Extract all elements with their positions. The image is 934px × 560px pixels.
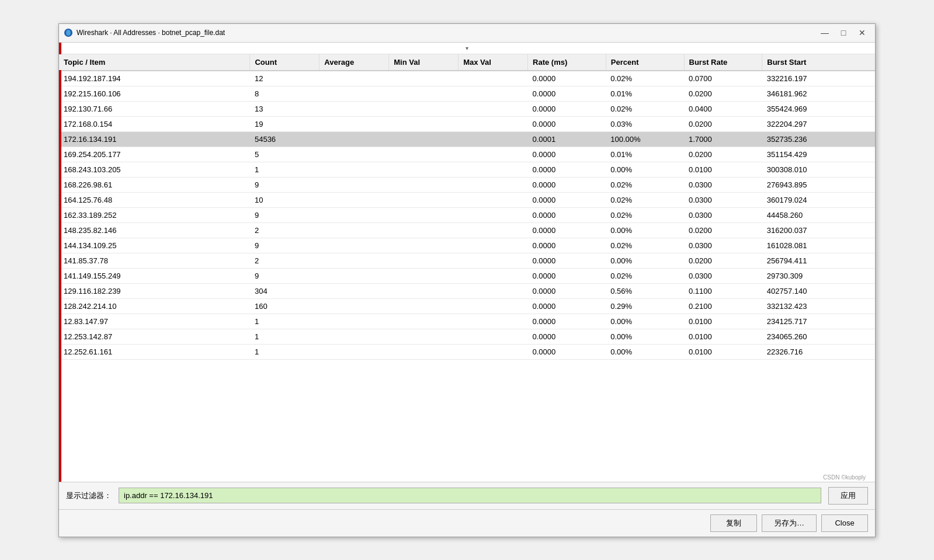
cell-burst: 0.0200: [684, 116, 762, 131]
cell-average: [320, 116, 389, 131]
cell-count: 1: [250, 314, 320, 329]
header-burststart[interactable]: Burst Start: [762, 54, 875, 71]
cell-topic: 141.149.155.249: [59, 268, 250, 283]
title-bar: Wireshark · All Addresses · botnet_pcap_…: [59, 24, 875, 43]
main-window: Wireshark · All Addresses · botnet_pcap_…: [58, 23, 876, 537]
header-maxval[interactable]: Max Val: [459, 54, 528, 71]
cell-maxval: [459, 222, 528, 238]
table-row[interactable]: 12.253.142.8710.00000.00%0.0100234065.26…: [59, 329, 875, 344]
table-row[interactable]: 172.16.134.191545360.0001100.00%1.700035…: [59, 131, 875, 147]
cell-minval: [389, 71, 459, 86]
cell-minval: [389, 177, 459, 192]
table-row[interactable]: 141.85.37.7820.00000.00%0.0200256794.411: [59, 253, 875, 268]
cell-maxval: [459, 329, 528, 344]
cell-minval: [389, 207, 459, 222]
table-row[interactable]: 12.252.61.16110.00000.00%0.010022326.716: [59, 344, 875, 359]
cell-burststart: 346181.962: [762, 86, 875, 101]
cell-average: [320, 298, 389, 314]
table-row[interactable]: 168.226.98.6190.00000.02%0.0300276943.89…: [59, 177, 875, 192]
header-topic[interactable]: Topic / Item: [59, 54, 250, 71]
cell-burst: 0.0300: [684, 207, 762, 222]
cell-burststart: 256794.411: [762, 253, 875, 268]
saveas-button[interactable]: 另存为…: [762, 514, 817, 532]
cell-minval: [389, 238, 459, 253]
table-row[interactable]: 12.83.147.9710.00000.00%0.0100234125.717: [59, 314, 875, 329]
cell-maxval: [459, 238, 528, 253]
header-rate[interactable]: Rate (ms): [528, 54, 606, 71]
cell-minval: [389, 314, 459, 329]
cell-percent: 0.56%: [606, 283, 684, 298]
table-row[interactable]: 169.254.205.17750.00000.01%0.0200351154.…: [59, 147, 875, 162]
apply-button[interactable]: 应用: [828, 487, 868, 505]
cell-burst: 0.0100: [684, 162, 762, 177]
cell-average: [320, 162, 389, 177]
close-button[interactable]: ✕: [854, 27, 870, 39]
wireshark-icon: [64, 28, 73, 37]
cell-minval: [389, 283, 459, 298]
cell-burst: 0.0700: [684, 71, 762, 86]
cell-rate: 0.0000: [528, 177, 606, 192]
cell-maxval: [459, 71, 528, 86]
cell-minval: [389, 101, 459, 116]
table-row[interactable]: 172.168.0.154190.00000.03%0.0200322204.2…: [59, 116, 875, 131]
cell-percent: 0.03%: [606, 116, 684, 131]
cell-topic: 141.85.37.78: [59, 253, 250, 268]
cell-average: [320, 131, 389, 147]
table-row[interactable]: 144.134.109.2590.00000.02%0.0300161028.0…: [59, 238, 875, 253]
cell-minval: [389, 253, 459, 268]
cell-average: [320, 253, 389, 268]
table-row[interactable]: 164.125.76.48100.00000.02%0.0300360179.0…: [59, 192, 875, 207]
table-row[interactable]: 128.242.214.101600.00000.29%0.2100332132…: [59, 298, 875, 314]
maximize-button[interactable]: □: [835, 27, 852, 39]
close-dialog-button[interactable]: Close: [821, 514, 868, 532]
header-burst[interactable]: Burst Rate: [684, 54, 762, 71]
table-row[interactable]: 129.116.182.2393040.00000.56%0.110040275…: [59, 283, 875, 298]
cell-count: 5: [250, 147, 320, 162]
window-title: Wireshark · All Addresses · botnet_pcap_…: [77, 29, 817, 37]
cell-count: 12: [250, 71, 320, 86]
cell-topic: 172.16.134.191: [59, 131, 250, 147]
cell-burst: 0.0300: [684, 268, 762, 283]
copy-button[interactable]: 复制: [710, 514, 757, 532]
cell-topic: 194.192.187.194: [59, 71, 250, 86]
header-count[interactable]: Count: [250, 54, 320, 71]
cell-percent: 0.29%: [606, 298, 684, 314]
cell-burststart: 351154.429: [762, 147, 875, 162]
cell-rate: 0.0000: [528, 192, 606, 207]
minimize-button[interactable]: —: [817, 27, 833, 39]
cell-maxval: [459, 101, 528, 116]
cell-rate: 0.0000: [528, 329, 606, 344]
cell-burst: 0.0100: [684, 314, 762, 329]
header-percent[interactable]: Percent: [606, 54, 684, 71]
header-average[interactable]: Average: [320, 54, 389, 71]
cell-maxval: [459, 253, 528, 268]
table-area: ▾ Topic / Item Count Average Min Val Max…: [59, 43, 875, 482]
table-row[interactable]: 168.243.103.20510.00000.00%0.0100300308.…: [59, 162, 875, 177]
cell-burst: 0.0400: [684, 101, 762, 116]
cell-average: [320, 344, 389, 359]
cell-rate: 0.0000: [528, 253, 606, 268]
cell-minval: [389, 344, 459, 359]
cell-burst: 0.1100: [684, 283, 762, 298]
table-row[interactable]: 162.33.189.25290.00000.02%0.030044458.26…: [59, 207, 875, 222]
collapse-arrow[interactable]: ▾: [59, 43, 875, 54]
table-row[interactable]: 141.149.155.24990.00000.02%0.030029730.3…: [59, 268, 875, 283]
filter-input[interactable]: [119, 488, 821, 503]
cell-rate: 0.0000: [528, 207, 606, 222]
cell-burststart: 234125.717: [762, 314, 875, 329]
cell-rate: 0.0000: [528, 283, 606, 298]
cell-average: [320, 192, 389, 207]
cell-average: [320, 147, 389, 162]
cell-burststart: 402757.140: [762, 283, 875, 298]
table-row[interactable]: 148.235.82.14620.00000.00%0.0200316200.0…: [59, 222, 875, 238]
table-row[interactable]: 192.215.160.10680.00000.01%0.0200346181.…: [59, 86, 875, 101]
cell-count: 2: [250, 222, 320, 238]
cell-topic: 144.134.109.25: [59, 238, 250, 253]
cell-maxval: [459, 268, 528, 283]
cell-count: 160: [250, 298, 320, 314]
table-header-row: Topic / Item Count Average Min Val Max V…: [59, 54, 875, 71]
cell-count: 19: [250, 116, 320, 131]
table-row[interactable]: 192.130.71.66130.00000.02%0.0400355424.9…: [59, 101, 875, 116]
header-minval[interactable]: Min Val: [389, 54, 459, 71]
table-row[interactable]: 194.192.187.194120.00000.02%0.0700332216…: [59, 71, 875, 86]
